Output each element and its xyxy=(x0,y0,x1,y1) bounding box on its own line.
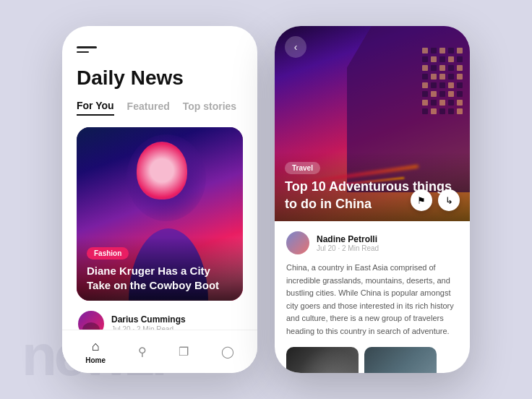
bookmark-action-btn[interactable]: ⚑ xyxy=(411,189,432,211)
article-hero: ‹ Travel Top 10 Adventurous things to do… xyxy=(275,26,470,221)
thumbnail-1[interactable] xyxy=(286,347,359,373)
article-body-text: China, a country in East Asia comprised … xyxy=(286,262,458,338)
card-title: Diane Kruger Has a City Take on the Cowb… xyxy=(87,264,233,292)
building-windows xyxy=(422,48,463,114)
article-body: Nadine Petrolli Jul 20 · 2 Min Read Chin… xyxy=(275,221,470,373)
hair-overlay xyxy=(126,134,206,221)
share-action-btn[interactable]: ↳ xyxy=(438,189,460,211)
article-author-name: Nadine Petrolli xyxy=(317,234,379,244)
tab-for-you[interactable]: For You xyxy=(77,100,114,116)
tabs-bar: For You Featured Top stories xyxy=(77,100,243,116)
phones-container: Daily News For You Featured Top stories … xyxy=(62,26,470,373)
article-author-row: Nadine Petrolli Jul 20 · 2 Min Read xyxy=(286,231,458,254)
author-name: Darius Cummings xyxy=(111,314,241,325)
phone-left: Daily News For You Featured Top stories … xyxy=(62,26,257,373)
app-title: Daily News xyxy=(77,66,243,90)
home-icon: ⌂ xyxy=(92,339,100,354)
search-icon: ⚲ xyxy=(138,345,147,359)
nav-home-label: Home xyxy=(85,356,106,364)
thumbnail-2[interactable] xyxy=(364,347,437,373)
nav-bookmark[interactable]: ❐ xyxy=(179,345,189,359)
nav-search[interactable]: ⚲ xyxy=(138,345,147,359)
article-author-info: Nadine Petrolli Jul 20 · 2 Min Read xyxy=(317,234,379,252)
phone-right: ‹ Travel Top 10 Adventurous things to do… xyxy=(275,26,470,373)
profile-icon: ◯ xyxy=(221,345,234,359)
article-card[interactable]: Fashion Diane Kruger Has a City Take on … xyxy=(77,127,243,301)
article-actions: ⚑ ↳ xyxy=(411,189,460,211)
bottom-nav: ⌂ Home ⚲ ❐ ◯ xyxy=(62,330,257,373)
menu-icon[interactable] xyxy=(77,46,97,58)
bookmark-icon: ❐ xyxy=(179,345,189,359)
hero-category: Travel xyxy=(285,162,320,174)
nav-profile[interactable]: ◯ xyxy=(221,345,234,359)
tab-featured[interactable]: Featured xyxy=(127,100,170,115)
nav-home[interactable]: ⌂ Home xyxy=(85,339,106,364)
article-author-meta: Jul 20 · 2 Min Read xyxy=(317,244,379,252)
back-button[interactable]: ‹ xyxy=(285,36,306,58)
tab-top-stories[interactable]: Top stories xyxy=(183,100,236,115)
article-thumbnails xyxy=(286,347,458,373)
article-author-avatar xyxy=(286,231,309,254)
category-badge: Fashion xyxy=(87,247,129,259)
card-overlay: Fashion Diane Kruger Has a City Take on … xyxy=(77,237,243,301)
